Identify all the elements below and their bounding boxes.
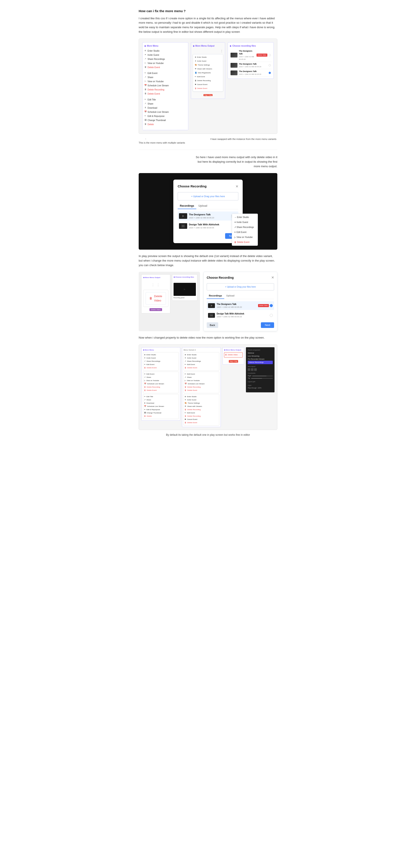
right-panel-modal-2: Choose Recording ✕ + Upload or Drag your… xyxy=(203,272,277,331)
hug-badge: Hug × Hug xyxy=(203,94,213,96)
bottom-panel-1: ◆ More Menu ⊕ Enter Studio ✦ Invite Gues… xyxy=(141,347,180,421)
panel-more-menu-output: ◆ More Menu Output ⋮ ⊕ Enter Studio ✦ In… xyxy=(191,42,226,99)
bottom-diagram-inner: ◆ More Menu ⊕ Enter Studio ✦ Invite Gues… xyxy=(141,347,275,427)
recording-row-3: The Designers Talk 1920 × 1080 42 MB 00:… xyxy=(230,69,272,77)
recording-row-modal2-2: Design Talk With Abhishek 1920 × 1080 42… xyxy=(207,311,274,320)
bmi: 📅 Schedule Live Stream xyxy=(144,405,178,408)
rec-actions-m2-1: Delete Video xyxy=(258,304,273,307)
radio-3[interactable] xyxy=(269,72,271,74)
bmi: ✖ Cancel Event xyxy=(184,418,218,421)
bmi: ✏ Edit Event xyxy=(144,373,178,376)
annotation-2: I have swapped with the instance from th… xyxy=(210,138,276,140)
bottom-panel-output-title: ◆ More Menu Output xyxy=(224,349,243,351)
bottom-panel-1-title: ◆ More Menu xyxy=(143,349,179,351)
upload-zone-1[interactable]: + Upload or Drag your files here xyxy=(178,192,238,200)
bmi: 🗑 Delete Event xyxy=(144,366,178,370)
dropdown-view-youtube[interactable]: ▷ View on Youtube xyxy=(232,235,257,240)
rec-radio-m2-2[interactable] xyxy=(270,314,273,317)
panel1-title: ◆ More Menu xyxy=(144,44,186,48)
menu-item: ↗ Share Recordings xyxy=(144,57,186,61)
tab-recordings-2[interactable]: Recordings xyxy=(207,293,224,299)
dropdown-menu-1: → Enter Studio ✦ Invite Guest ↗ Share Re… xyxy=(232,214,258,246)
diagram-footer: ↑ This is the more menu with multiple va… xyxy=(139,137,277,145)
rec-thumb-m2-2 xyxy=(208,313,215,318)
parent-comp-section: Parent component Webinar Live Streaming … xyxy=(248,349,273,364)
parent-comp-label: Parent component xyxy=(248,349,273,351)
upload-zone-2[interactable]: + Upload or Drag your files here xyxy=(207,283,274,290)
hug-badge-bottom: Hug × Hug xyxy=(229,360,238,363)
rec-info-m2-1: The Designers Talk 1920 × 1080 42 MB 00:… xyxy=(217,303,256,309)
constraints-label: Constraints xyxy=(248,372,273,375)
recording-row-modal-2: Design Talk With Abhishek 1920 × 1080 42… xyxy=(178,221,238,230)
bmi: 📅 Schedule Live Stream xyxy=(144,382,178,385)
dropdown-share-recordings[interactable]: ↗ Share Recordings xyxy=(232,225,257,230)
bmi-delete-video: 🗑 Delete Video xyxy=(225,353,242,356)
bmi: ✦ Invite Guest xyxy=(184,356,218,360)
bmi: 🗑 Delete Event xyxy=(184,389,218,392)
radio-2[interactable] xyxy=(269,64,271,66)
rec-thumb-1 xyxy=(179,213,187,219)
modal-footer-2: Back Next xyxy=(207,322,274,328)
rec-title-1: The Designers Talk xyxy=(189,213,229,216)
dropdown-edit-event[interactable]: ✏ Edit Event xyxy=(232,230,257,235)
section3-text: In play preview screen the output is sho… xyxy=(139,254,277,268)
menu-item: ✏ Edit Title xyxy=(144,98,186,102)
bmi: 🗑 Delete Recording xyxy=(184,385,218,389)
bottom-panel-output: ◆ More Menu Output 🗑 Delete Video Hug × … xyxy=(222,347,244,365)
menu-item: 🗑 Delete Event xyxy=(144,65,186,69)
bmi: 🗑 Delete Event xyxy=(144,389,178,392)
annotation-1: This is the more menu with multiple vari… xyxy=(139,142,185,144)
bmi: ✏ Edit Event xyxy=(184,373,218,376)
bmi: 🖼 Change Thumbnail xyxy=(144,411,178,415)
bmi: ✏ Edit Event xyxy=(144,363,178,366)
layout-grid-section: Layout grid xyxy=(248,381,273,383)
svg-point-8 xyxy=(210,315,211,316)
bmi: ✏ Edit Event xyxy=(184,363,218,366)
dropdown-invite-guest[interactable]: ✦ Invite Guest xyxy=(232,220,257,225)
modal-title-1: Choose Recording xyxy=(178,184,206,189)
modal-header-1: Choose Recording ✕ xyxy=(178,184,238,189)
menu-item: ▷ View on Youtube xyxy=(144,61,186,65)
menu-item: 📅 Schedule Live Stream xyxy=(144,110,186,114)
dropdown-enter-studio[interactable]: → Enter Studio xyxy=(232,215,257,220)
auto-layout-label: Auto layout xyxy=(248,366,273,368)
bmi: ✏ Edit Title xyxy=(144,395,178,398)
bmi: ✏ Edit & Repurpose xyxy=(144,408,178,411)
bmi: 🗑 Delete Recording xyxy=(184,415,218,418)
dropdown-delete-event[interactable]: 🗑 Delete Event xyxy=(232,240,257,245)
menu-item: ✏ Edit & Repurpose xyxy=(144,114,186,118)
rec-radio-m2-1[interactable] xyxy=(270,304,273,307)
bmi: ▷ View on Youtube xyxy=(144,379,178,382)
delete-video-btn-1[interactable]: Delete Video xyxy=(256,54,267,57)
tabs-row-1: Recordings Upload xyxy=(178,203,238,209)
modal-footer-1: Next xyxy=(178,233,238,239)
delete-video-m2[interactable]: Delete Video xyxy=(258,304,269,307)
bottom-caption: By default its taking the default one in… xyxy=(139,433,277,437)
modal-screenshot-1: Choose Recording ✕ + Upload or Drag your… xyxy=(139,173,277,250)
bottom-panel-2-title: Menu Variant 2 xyxy=(183,349,219,351)
modal-close-2[interactable]: ✕ xyxy=(271,275,274,280)
menu-item: ▷ View on Youtube xyxy=(144,80,186,84)
bmi: 🗑 Delete Recording xyxy=(144,385,178,389)
menu-item: 📅 Schedule Live Stream xyxy=(144,84,186,88)
modal-close-1[interactable]: ✕ xyxy=(236,184,238,189)
parent-item-recordings: Videos/ Recordings xyxy=(248,361,273,364)
radio-1[interactable] xyxy=(269,54,271,56)
bmi: ✦ Invite Guest xyxy=(144,356,178,360)
bottom-diagram: ◆ More Menu ⊕ Enter Studio ✦ Invite Gues… xyxy=(139,344,277,430)
menu-item: 🗑 Delete Event xyxy=(144,92,186,96)
back-btn[interactable]: Back xyxy=(207,322,218,328)
tab-recordings-1[interactable]: Recordings xyxy=(178,203,196,209)
bmi: ↗ Share xyxy=(144,376,178,379)
menu-item: 🗑 Delete Recording xyxy=(144,88,186,92)
bmi: 🗑 Delete Event xyxy=(184,421,218,425)
parent-item-webinar: Webinar xyxy=(248,351,273,354)
delete-video-block: 🗑 Delete Video xyxy=(143,290,168,307)
parent-item-prerecorded: Pre Recorded Stream xyxy=(248,358,273,361)
svg-point-4 xyxy=(183,225,184,227)
next-btn-2[interactable]: Next xyxy=(261,322,274,328)
layer-label: Layer xyxy=(248,384,273,387)
tab-upload-1[interactable]: Upload xyxy=(196,203,210,209)
tab-upload-2[interactable]: Upload xyxy=(224,293,237,299)
bmi: ⊕ Enter Studio xyxy=(144,353,178,356)
